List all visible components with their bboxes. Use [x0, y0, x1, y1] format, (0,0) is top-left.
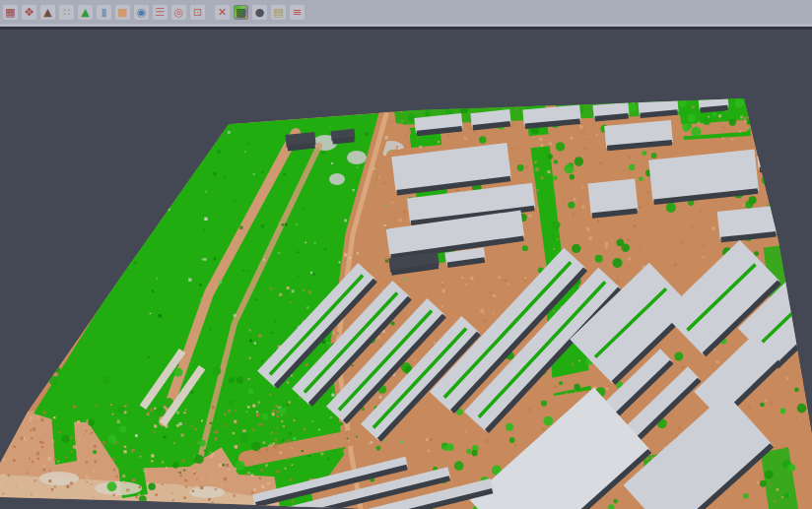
dark-sphere-icon[interactable]: ●: [252, 5, 267, 20]
red-ring-icon[interactable]: ◎: [171, 5, 186, 20]
classification-palette-icon[interactable]: ▩: [234, 5, 248, 20]
red-stripes-icon[interactable]: ≡: [290, 5, 304, 20]
viewport-3d[interactable]: [0, 30, 812, 509]
application-window: ▦✥▲∷▲▮■◉☰◎⊡✕▩●▤≡: [0, 0, 812, 509]
red-list-icon[interactable]: ☰: [153, 5, 168, 20]
toolbar: ▦✥▲∷▲▮■◉☰◎⊡✕▩●▤≡: [0, 0, 812, 24]
red-extent-icon[interactable]: ⊡: [190, 5, 205, 20]
red-box-icon[interactable]: ▦: [3, 5, 18, 20]
brown-terrain-icon[interactable]: ▲: [40, 5, 55, 20]
orange-tile-icon[interactable]: ■: [115, 5, 130, 20]
globe-icon[interactable]: ◉: [134, 5, 149, 20]
points-icon[interactable]: ∷: [59, 5, 74, 20]
cross-icon[interactable]: ✕: [215, 5, 230, 20]
blue-column-icon[interactable]: ▮: [97, 5, 111, 20]
colored-arrows-icon[interactable]: ✥: [22, 5, 36, 20]
point-cloud-render[interactable]: [0, 30, 812, 509]
green-terrain-icon[interactable]: ▲: [78, 5, 93, 20]
yellow-note-icon[interactable]: ▤: [271, 5, 286, 20]
